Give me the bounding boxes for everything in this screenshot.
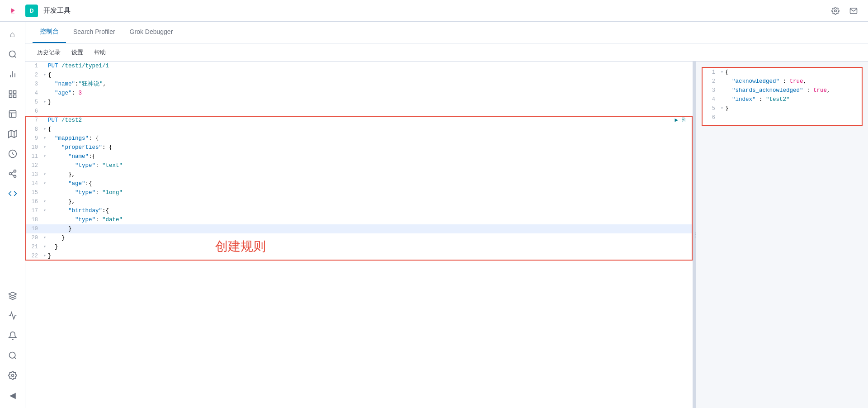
nav-monitoring[interactable] <box>4 307 22 325</box>
tab-search-profiler[interactable]: Search Profiler <box>66 22 123 43</box>
code-line[interactable]: 2▾{ <box>25 71 693 80</box>
line-toggle[interactable]: ▾ <box>42 152 48 161</box>
code-line[interactable]: 16▾ }, <box>25 197 693 206</box>
code-line[interactable]: 19 } <box>25 224 693 233</box>
code-line[interactable]: 6 <box>25 107 693 116</box>
line-toggle[interactable]: ▾ <box>42 233 48 242</box>
settings-header-button[interactable] <box>828 4 843 18</box>
nav-visualize[interactable] <box>4 65 22 83</box>
line-toggle[interactable]: ▾ <box>42 125 48 134</box>
line-content: PUT /test2 <box>48 116 675 125</box>
code-line[interactable]: 1▾{ <box>703 68 862 77</box>
code-line[interactable]: 5▾} <box>703 104 862 113</box>
header-icons <box>828 4 861 18</box>
line-toggle[interactable]: ▾ <box>719 104 725 113</box>
line-toggle[interactable]: ▾ <box>42 143 48 152</box>
svg-marker-12 <box>8 130 16 138</box>
code-line[interactable]: 3 "shards_acknowledged" : true, <box>703 86 862 95</box>
line-number: 14 <box>25 179 42 188</box>
nav-ml[interactable] <box>4 145 22 163</box>
line-actions[interactable]: ▶ ⎘ <box>675 116 689 125</box>
code-line[interactable]: 10▾ "properties": { <box>25 143 693 152</box>
line-toggle[interactable]: ▾ <box>42 197 48 206</box>
nav-alerts[interactable] <box>4 327 22 345</box>
line-content: "age":{ <box>48 179 689 188</box>
line-toggle[interactable]: ▾ <box>42 242 48 251</box>
tab-console[interactable]: 控制台 <box>33 22 66 43</box>
code-line[interactable]: 15 "type": "long" <box>25 188 693 197</box>
code-line[interactable]: 9▾ "mappings": { <box>25 134 693 143</box>
svg-line-3 <box>14 56 16 58</box>
line-toggle[interactable]: ▾ <box>719 68 725 77</box>
code-line[interactable]: 2 "acknowledged" : true, <box>703 77 862 86</box>
help-button[interactable]: 帮助 <box>90 47 110 58</box>
line-content: "type": "date" <box>48 215 689 224</box>
line-toggle[interactable]: ▾ <box>42 206 48 215</box>
svg-line-20 <box>11 171 14 173</box>
code-line[interactable]: 22▾} <box>25 251 693 261</box>
nav-canvas[interactable] <box>4 105 22 123</box>
code-line[interactable]: 11▾ "name":{ <box>25 152 693 161</box>
line-number: 11 <box>25 152 42 161</box>
code-line[interactable]: 17▾ "birthday":{ <box>25 206 693 215</box>
line-content: "type": "text" <box>48 161 689 170</box>
nav-devtools[interactable] <box>4 185 22 203</box>
code-line[interactable]: 4 "index" : "test2" <box>703 95 862 104</box>
svg-rect-9 <box>9 95 12 98</box>
left-panel: 1PUT /test1/type1/12▾{3 "name":"狂神说",4 "… <box>25 62 694 408</box>
line-toggle[interactable]: ▾ <box>42 98 48 107</box>
mail-button[interactable] <box>846 4 861 18</box>
nav-collapse[interactable]: ◀ <box>4 386 22 404</box>
code-line[interactable]: 1PUT /test1/type1/1 <box>25 62 693 71</box>
line-toggle[interactable]: ▾ <box>42 134 48 143</box>
line-number: 6 <box>25 107 42 116</box>
nav-maps[interactable] <box>4 125 22 143</box>
line-number: 17 <box>25 206 42 215</box>
code-line[interactable]: 8▾{ <box>25 125 693 134</box>
settings-button[interactable]: 设置 <box>67 47 88 58</box>
line-number: 8 <box>25 125 42 134</box>
code-line[interactable]: 20▾ } <box>25 233 693 242</box>
line-number: 21 <box>25 242 42 251</box>
tab-grok-debugger[interactable]: Grok Debugger <box>123 22 180 43</box>
line-number: 7 <box>25 116 42 125</box>
nav-home[interactable]: ⌂ <box>4 25 22 43</box>
right-panel: 1▾{2 "acknowledged" : true,3 "shards_ack… <box>696 62 868 408</box>
line-content: "age": 3 <box>48 89 689 98</box>
nav-dashboard[interactable] <box>4 85 22 103</box>
nav-discover[interactable] <box>4 45 22 63</box>
line-content: } <box>48 242 689 251</box>
line-toggle[interactable]: ▾ <box>42 251 48 261</box>
nav-graph[interactable] <box>4 165 22 183</box>
left-code-editor[interactable]: 1PUT /test1/type1/12▾{3 "name":"狂神说",4 "… <box>25 62 693 408</box>
nav-settings[interactable] <box>4 366 22 384</box>
tab-bar: 控制台 Search Profiler Grok Debugger <box>25 22 868 43</box>
content-area: 控制台 Search Profiler Grok Debugger 历史记录 设… <box>25 22 868 408</box>
nav-stack[interactable] <box>4 287 22 305</box>
response-box[interactable]: 1▾{2 "acknowledged" : true,3 "shards_ack… <box>702 67 863 126</box>
code-line[interactable]: 5▾} <box>25 98 693 107</box>
history-button[interactable]: 历史记录 <box>33 47 65 58</box>
code-line[interactable]: 13▾ }, <box>25 170 693 179</box>
code-line[interactable]: 6 <box>703 113 862 122</box>
main-layout: ⌂ <box>0 22 868 408</box>
code-line[interactable]: 3 "name":"狂神说", <box>25 80 693 89</box>
code-line[interactable]: 4 "age": 3 <box>25 89 693 98</box>
nav-search[interactable] <box>4 346 22 365</box>
line-toggle[interactable]: ▾ <box>42 179 48 188</box>
code-line[interactable]: 21▾ } <box>25 242 693 251</box>
line-toggle[interactable]: ▾ <box>42 170 48 179</box>
svg-rect-11 <box>9 111 16 118</box>
run-icon[interactable]: ▶ <box>675 116 678 125</box>
line-content: }, <box>48 197 689 206</box>
line-content: "name":{ <box>48 152 689 161</box>
line-number: 4 <box>25 89 42 98</box>
line-content: "shards_acknowledged" : true, <box>725 86 858 95</box>
copy-icon[interactable]: ⎘ <box>682 116 685 125</box>
code-line[interactable]: 18 "type": "date" <box>25 215 693 224</box>
line-content: "type": "long" <box>48 188 689 197</box>
code-line[interactable]: 7PUT /test2 ▶ ⎘ <box>25 116 693 125</box>
code-line[interactable]: 12 "type": "text" <box>25 161 693 170</box>
code-line[interactable]: 14▾ "age":{ <box>25 179 693 188</box>
line-toggle[interactable]: ▾ <box>42 71 48 80</box>
